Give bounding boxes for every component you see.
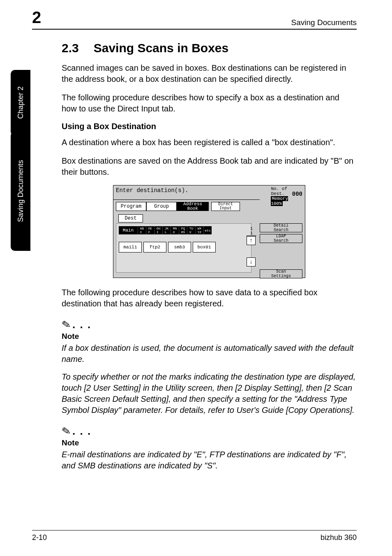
ss-dest-tab[interactable]: Dest (118, 214, 143, 222)
side-tabs: Chapter 2 Saving Documents (11, 70, 30, 276)
ss-count-value: 000 (292, 191, 302, 197)
ss-tab-group[interactable]: Group (146, 202, 177, 211)
ss-scroll-up[interactable]: ↑ (247, 236, 256, 245)
side-tab-chapter-label: Chapter 2 (16, 86, 25, 119)
side-tab-section-label: Saving Documents (16, 160, 25, 222)
footer-page-number: 2-10 (32, 533, 47, 542)
ss-status: No. of Dest. 000 Memory 100% (271, 186, 302, 206)
ss-seg-tuv[interactable]: TU V (187, 226, 195, 234)
ss-seg-wxyz[interactable]: WX YZ (195, 226, 203, 234)
pencil-icon: ✎ (60, 424, 71, 438)
note-heading-2: Note (62, 438, 357, 447)
note-icon-row-2: ✎. . . (62, 425, 357, 438)
header-rule (32, 29, 357, 30)
ss-seg-etc[interactable]: etc (203, 226, 212, 234)
note-dots-1: . . . (72, 318, 91, 331)
ss-addr-ftp2[interactable]: ftp2 (143, 242, 166, 253)
ss-seg-abc[interactable]: AB C (138, 226, 146, 234)
ss-count-label: No. of Dest. (271, 186, 287, 196)
side-tab-section: Saving Documents (11, 132, 30, 251)
ss-scroll: 1 1 ↑ ↓ (247, 227, 256, 279)
footer-rule (32, 530, 357, 531)
section-heading: 2.3 Saving Scans in Boxes (62, 41, 357, 55)
ss-right-buttons: Detail Search LDAP Search Scan Settings (260, 223, 302, 280)
note-dots-2: . . . (72, 425, 91, 437)
ss-scroll-down[interactable]: ↓ (247, 257, 256, 266)
ss-seg-mno[interactable]: MN O (171, 226, 179, 234)
subsection-title: Using a Box Destination (62, 122, 357, 131)
ss-dest-panel: Main AB C DE F GH I JK L MN O PQ RS TU V… (116, 223, 251, 273)
ss-seg-pqrs[interactable]: PQ RS (179, 226, 187, 234)
subsection-para-2: Box destinations are saved on the Addres… (62, 155, 357, 178)
section-title: Saving Scans in Boxes (94, 41, 228, 55)
ss-tab-address-book[interactable]: Address Book (177, 202, 209, 211)
ss-ldap-search[interactable]: LDAP Search (260, 234, 302, 243)
ss-address-buttons: mail1 ftp2 smb3 box01 (119, 242, 216, 253)
content-area: 2.3 Saving Scans in Boxes Scanned images… (62, 41, 357, 478)
ss-alpha-row: Main AB C DE F GH I JK L MN O PQ RS TU V… (119, 226, 212, 234)
device-screenshot: Enter destination(s). No. of Dest. 000 M… (113, 185, 305, 278)
ss-seg-ghi[interactable]: GH I (154, 226, 162, 234)
section-para-1: Scanned images can be saved in boxes. Bo… (62, 63, 357, 85)
after-screenshot-para: The following procedure describes how to… (62, 287, 357, 309)
ss-divider (113, 199, 260, 200)
pencil-icon: ✎ (60, 317, 71, 331)
ss-memory: Memory 100% (271, 196, 288, 206)
ss-main-button[interactable]: Main (119, 226, 138, 234)
subsection-para-1: A destination where a box has been regis… (62, 137, 357, 148)
ss-tab-program[interactable]: Program (116, 202, 146, 211)
note-block-2: ✎. . . Note E-mail destinations are indi… (62, 425, 357, 471)
note2-body: E-mail destinations are indicated by "E"… (62, 449, 357, 471)
note1-body-2: To specify whether or not the marks indi… (62, 371, 357, 416)
ss-addr-box01[interactable]: box01 (193, 242, 216, 253)
note-icon-row-1: ✎. . . (62, 318, 357, 331)
ss-tab-row: Program Group Address Book Direct Input (116, 202, 240, 211)
ss-seg-jkl[interactable]: JK L (162, 226, 171, 234)
ss-page-frac: 1 1 (247, 227, 256, 236)
ss-tab-direct-input[interactable]: Direct Input (211, 202, 240, 211)
ss-scan-settings[interactable]: Scan Settings (260, 269, 302, 278)
ss-addr-mail1[interactable]: mail1 (119, 242, 142, 253)
ss-addr-smb3[interactable]: smb3 (168, 242, 191, 253)
note-block-1: ✎. . . Note If a box destination is used… (62, 318, 357, 416)
ss-prompt: Enter destination(s). (116, 187, 188, 194)
ss-seg-def[interactable]: DE F (146, 226, 154, 234)
note1-body-1: If a box destination is used, the docume… (62, 343, 357, 365)
footer-product: bizhub 360 (321, 533, 357, 542)
chapter-number: 2 (32, 8, 41, 27)
side-tab-chapter: Chapter 2 (11, 70, 30, 136)
note-heading-1: Note (62, 332, 357, 341)
ss-detail-search[interactable]: Detail Search (260, 223, 302, 232)
section-para-2: The following procedure describes how to… (62, 92, 357, 114)
section-number: 2.3 (62, 41, 79, 55)
running-title: Saving Documents (291, 18, 357, 27)
